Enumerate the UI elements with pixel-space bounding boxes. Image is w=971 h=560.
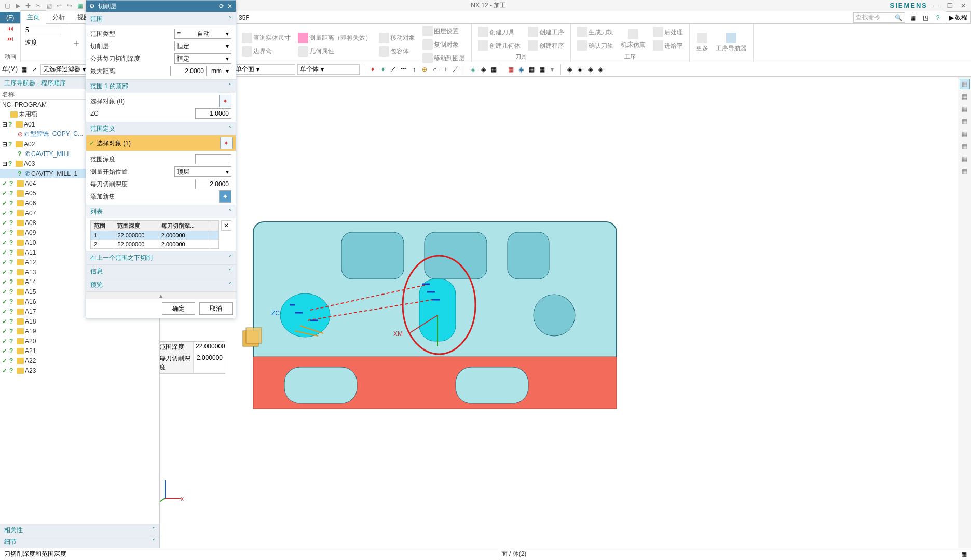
section-preview[interactable]: 预览˅ bbox=[86, 278, 236, 291]
tree-item[interactable]: ✓?A21 bbox=[0, 346, 159, 356]
tool-icon[interactable]: 〜 bbox=[400, 65, 408, 74]
tool-icon[interactable]: ◉ bbox=[517, 65, 525, 74]
filter-combo[interactable]: 无选择过滤器 ▾ bbox=[40, 64, 92, 75]
menu-btn[interactable]: 单(M) bbox=[2, 65, 18, 74]
qat-icon[interactable]: ▧ bbox=[45, 2, 53, 10]
minimize-button[interactable]: — bbox=[932, 1, 941, 10]
tool-icon[interactable]: ▦ bbox=[507, 65, 515, 74]
tool-icon[interactable]: ◈ bbox=[596, 65, 605, 74]
section-below[interactable]: 在上一个范围之下切削˅ bbox=[86, 251, 236, 264]
add-set-button[interactable]: ✦ bbox=[219, 190, 231, 203]
move-layer-btn[interactable]: 移动到图层 bbox=[420, 52, 467, 64]
tool-icon[interactable]: ↗ bbox=[30, 65, 38, 74]
tree-item[interactable]: ✓?A22 bbox=[0, 356, 159, 366]
detail-section[interactable]: 细节˅ bbox=[0, 536, 159, 548]
tree-item[interactable]: ✓?A23 bbox=[0, 366, 159, 375]
delete-row-button[interactable]: ✕ bbox=[221, 220, 231, 231]
qat-icon[interactable]: ↩ bbox=[55, 2, 63, 10]
layer-set-btn[interactable]: 图层设置 bbox=[420, 25, 467, 37]
right-tool-icon[interactable]: ▦ bbox=[960, 79, 970, 89]
status-grid-icon[interactable]: ▦ bbox=[961, 551, 967, 558]
collapse-bar[interactable]: ▴ bbox=[86, 291, 236, 299]
include-btn[interactable]: 包容体 bbox=[377, 45, 417, 58]
zc-input[interactable]: 1.0000 bbox=[195, 108, 231, 119]
tool-icon[interactable]: ↑ bbox=[410, 65, 418, 74]
right-tool-icon[interactable]: ▦ bbox=[960, 116, 970, 127]
tool-icon[interactable]: ▦ bbox=[527, 65, 536, 74]
section-info[interactable]: 信息˅ bbox=[86, 264, 236, 278]
pin-icon[interactable]: ⟳ bbox=[219, 3, 224, 10]
dialog-titlebar[interactable]: ⚙ 切削层 ⟳ ✕ bbox=[86, 1, 236, 12]
section-range1-top[interactable]: 范围 1 的顶部˄ bbox=[86, 79, 236, 93]
restore-button[interactable]: ❐ bbox=[945, 1, 954, 10]
tool-icon[interactable]: ＋ bbox=[441, 65, 449, 74]
copy-dup-btn[interactable]: 复制对象 bbox=[420, 38, 467, 51]
move-obj-btn[interactable]: 移动对象 bbox=[377, 32, 417, 44]
create-wseq-btn[interactable]: 创建工序 bbox=[526, 26, 566, 38]
geom-attr-btn[interactable]: 几何属性 bbox=[296, 45, 374, 58]
tool-icon[interactable]: ▦ bbox=[489, 65, 498, 74]
help-icon[interactable]: ? bbox=[933, 13, 942, 22]
bbox-btn[interactable]: 边界盒 bbox=[240, 45, 293, 58]
tool-icon[interactable]: ▾ bbox=[548, 65, 556, 74]
tool-icon[interactable]: ✦ bbox=[368, 65, 377, 74]
section-range-def[interactable]: 范围定义˄ bbox=[86, 122, 236, 135]
table-row[interactable]: 122.0000002.000000 bbox=[91, 231, 219, 240]
object-picker-button[interactable]: ✦ bbox=[219, 95, 231, 107]
cut-layer-combo[interactable]: 恒定▾ bbox=[174, 41, 231, 51]
gen-path-btn[interactable]: 生成刀轨 bbox=[575, 26, 616, 38]
common-depth-combo[interactable]: 恒定▾ bbox=[174, 53, 231, 64]
unit-combo[interactable]: mm▾ bbox=[209, 66, 231, 76]
play-prev-icon[interactable]: ⏮ bbox=[7, 25, 13, 32]
qat-icon[interactable]: ↪ bbox=[65, 2, 74, 10]
tool-icon[interactable]: ▦ bbox=[20, 65, 28, 74]
tool-icon[interactable]: ◈ bbox=[576, 65, 584, 74]
tab-file[interactable]: (F) bbox=[0, 12, 20, 23]
right-tool-icon[interactable]: ▦ bbox=[960, 129, 970, 139]
close-button[interactable]: ✕ bbox=[959, 1, 968, 10]
right-tool-icon[interactable]: ▦ bbox=[960, 153, 970, 164]
add-icon[interactable]: ＋ bbox=[72, 37, 81, 49]
speed-input[interactable] bbox=[25, 25, 61, 35]
table-row[interactable]: 252.0000002.000000 bbox=[91, 240, 219, 249]
range-type-combo[interactable]: ≡ 自动▾ bbox=[174, 29, 231, 39]
tool-icon[interactable]: ◈ bbox=[586, 65, 594, 74]
section-range[interactable]: 范围˄ bbox=[86, 12, 236, 25]
range-depth-input[interactable] bbox=[195, 154, 231, 164]
check-solid-btn[interactable]: 查询实体尺寸 bbox=[240, 32, 293, 44]
create-geom-btn[interactable]: 创建几何体 bbox=[476, 39, 523, 52]
tool-icon[interactable]: ⊕ bbox=[420, 65, 429, 74]
cancel-button[interactable]: 取消 bbox=[199, 302, 233, 315]
create-tool-btn[interactable]: 创建刀具 bbox=[476, 26, 523, 38]
play-next-icon[interactable]: ⏭ bbox=[7, 35, 13, 43]
3d-viewport[interactable]: XM ZC 范围深度22.000000 每刀切削深度2.000000 x bbox=[160, 77, 971, 548]
per-cut-depth-input[interactable]: 2.0000 bbox=[195, 179, 231, 189]
meas-start-combo[interactable]: 顶层▾ bbox=[174, 166, 231, 177]
tool-icon[interactable]: ▦ bbox=[538, 65, 546, 74]
help-icon[interactable]: ▦ bbox=[908, 13, 918, 22]
post-btn[interactable]: 后处理 bbox=[651, 26, 685, 38]
feed-btn[interactable]: 进给率 bbox=[651, 39, 685, 52]
verify-path-btn[interactable]: 确认刀轨 bbox=[575, 39, 616, 52]
help-icon[interactable]: ◳ bbox=[921, 13, 930, 22]
qat-icon[interactable]: ✂ bbox=[34, 2, 43, 10]
qat-icon[interactable]: ▢ bbox=[3, 2, 11, 10]
tool-icon[interactable]: ✦ bbox=[379, 65, 387, 74]
tab-home[interactable]: 主页 bbox=[20, 10, 46, 24]
face-combo[interactable]: 单个面 ▾ bbox=[233, 64, 295, 75]
right-tool-icon[interactable]: ▦ bbox=[960, 104, 970, 114]
tool-icon[interactable]: ◈ bbox=[469, 65, 477, 74]
measure-dist-btn[interactable]: 测量距离（即将失效） bbox=[296, 32, 374, 44]
qat-icon[interactable]: ▶ bbox=[13, 2, 22, 10]
nav-btn[interactable]: 工序导航器 bbox=[714, 32, 749, 54]
list-header[interactable]: 列表˄ bbox=[86, 205, 236, 218]
right-tool-icon[interactable]: ▦ bbox=[960, 141, 970, 151]
create-prog-btn[interactable]: 创建程序 bbox=[526, 39, 566, 52]
max-dist-input[interactable]: 2.0000 bbox=[170, 66, 207, 76]
tool-icon[interactable]: ◈ bbox=[565, 65, 573, 74]
tree-item[interactable]: ✓?A20 bbox=[0, 336, 159, 346]
ok-button[interactable]: 确定 bbox=[162, 302, 195, 315]
tutorial-button[interactable]: ▶ 教程 bbox=[946, 11, 971, 23]
qat-icon[interactable]: ✚ bbox=[24, 2, 32, 10]
select-object-row[interactable]: ✓选择对象 (1)✦ bbox=[86, 135, 236, 151]
